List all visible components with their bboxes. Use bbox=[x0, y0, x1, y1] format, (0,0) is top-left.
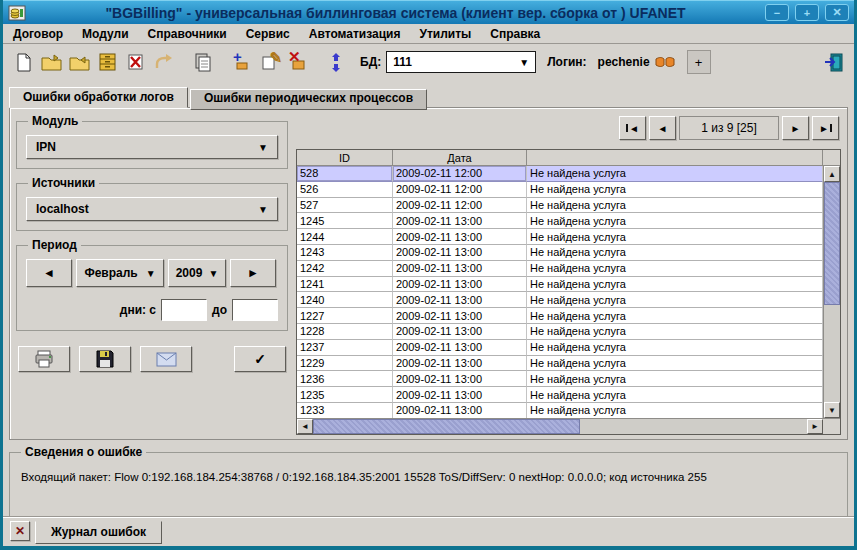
open-folder-button[interactable] bbox=[39, 49, 64, 75]
cell-id: 1244 bbox=[297, 229, 393, 245]
cell-date: 2009-02-11 13:00 bbox=[393, 387, 527, 403]
column-header-id[interactable]: ID bbox=[297, 150, 393, 166]
refresh-icon-button[interactable] bbox=[324, 49, 349, 75]
maximize-button[interactable]: + bbox=[795, 4, 819, 21]
pagination: ◄ ◄ 1 из 9 [25] ► ► bbox=[298, 116, 839, 140]
table-row[interactable]: 1236 2009-02-11 13:00 Не найдена услуга bbox=[297, 371, 823, 387]
prev-month-button[interactable]: ◄ bbox=[26, 259, 72, 287]
tab-periodic-errors[interactable]: Ошибки периодических процессов bbox=[190, 89, 427, 110]
vertical-scroll-thumb[interactable] bbox=[824, 182, 840, 305]
cell-id: 1237 bbox=[297, 340, 393, 356]
error-details-group: Сведения о ошибке Входящий пакет: Flow 0… bbox=[9, 445, 848, 517]
archive-drawer-button[interactable] bbox=[95, 49, 120, 75]
prev-page-button[interactable]: ◄ bbox=[649, 116, 676, 140]
remove-item-button[interactable]: ✕ bbox=[285, 49, 310, 75]
cell-message: Не найдена услуга bbox=[527, 387, 823, 403]
table-row[interactable]: 1235 2009-02-11 13:00 Не найдена услуга bbox=[297, 387, 823, 403]
scroll-right-icon[interactable]: ► bbox=[807, 419, 823, 434]
log-errors-panel: Модуль IPN ▼ Источники localhost ▼ Перио… bbox=[9, 107, 848, 440]
close-journal-button[interactable]: ✕ bbox=[10, 521, 30, 541]
app-icon bbox=[8, 4, 26, 22]
titlebar: "BGBilling" - универсальная биллинговая … bbox=[3, 0, 854, 24]
tab-bar: Ошибки обработки логов Ошибки периодичес… bbox=[3, 80, 854, 107]
menu-directories[interactable]: Справочники bbox=[148, 27, 227, 41]
menu-contract[interactable]: Договор bbox=[13, 27, 63, 41]
table-row[interactable]: 1227 2009-02-11 13:00 Не найдена услуга bbox=[297, 308, 823, 324]
scroll-left-icon[interactable]: ◄ bbox=[297, 419, 313, 434]
cell-id: 1241 bbox=[297, 277, 393, 293]
table-row[interactable]: 1244 2009-02-11 13:00 Не найдена услуга bbox=[297, 229, 823, 245]
table-row[interactable]: 1229 2009-02-11 13:00 Не найдена услуга bbox=[297, 356, 823, 372]
exit-icon-button[interactable] bbox=[821, 49, 846, 75]
db-select[interactable]: 111 ▼ bbox=[386, 51, 536, 73]
menu-help[interactable]: Справка bbox=[490, 27, 540, 41]
edit-item-button[interactable]: ✎ bbox=[257, 49, 282, 75]
cell-message: Не найдена услуга bbox=[527, 277, 823, 293]
table-row[interactable]: 1237 2009-02-11 13:00 Не найдена услуга bbox=[297, 340, 823, 356]
cell-message: Не найдена услуга bbox=[527, 371, 823, 387]
next-page-button[interactable]: ► bbox=[782, 116, 809, 140]
last-page-button[interactable]: ► bbox=[812, 116, 839, 140]
cell-message: Не найдена услуга bbox=[527, 213, 823, 229]
db-label: БД: bbox=[360, 55, 381, 69]
table-row[interactable]: 526 2009-02-11 12:00 Не найдена услуга bbox=[297, 182, 823, 198]
menu-modules[interactable]: Модули bbox=[82, 27, 128, 41]
open-folder-alt-button[interactable] bbox=[67, 49, 92, 75]
delete-document-button[interactable] bbox=[123, 49, 148, 75]
table-row[interactable]: 1245 2009-02-11 13:00 Не найдена услуга bbox=[297, 213, 823, 229]
cell-date: 2009-02-11 13:00 bbox=[393, 245, 527, 261]
print-button[interactable] bbox=[18, 346, 70, 372]
add-item-button[interactable]: + bbox=[229, 49, 254, 75]
table-row[interactable]: 1243 2009-02-11 13:00 Не найдена услуга bbox=[297, 245, 823, 261]
scroll-up-icon[interactable]: ▲ bbox=[824, 166, 840, 182]
cell-date: 2009-02-11 13:00 bbox=[393, 277, 527, 293]
next-month-button[interactable]: ► bbox=[230, 259, 276, 287]
year-select[interactable]: 2009 ▼ bbox=[168, 259, 226, 287]
table-row[interactable]: 528 2009-02-11 12:00 Не найдена услуга bbox=[297, 166, 823, 182]
table-header: ID Дата bbox=[297, 150, 840, 166]
mail-button[interactable] bbox=[140, 346, 192, 372]
day-to-input[interactable] bbox=[232, 299, 278, 321]
table-row[interactable]: 1241 2009-02-11 13:00 Не найдена услуга bbox=[297, 277, 823, 293]
cell-id: 1242 bbox=[297, 261, 393, 277]
chevron-down-icon: ▼ bbox=[258, 142, 268, 153]
cell-message: Не найдена услуга bbox=[527, 166, 823, 182]
sources-group: Источники localhost ▼ bbox=[16, 176, 288, 231]
table-row[interactable]: 1233 2009-02-11 13:00 Не найдена услуга bbox=[297, 403, 823, 418]
copy-button[interactable] bbox=[190, 49, 215, 75]
tab-log-errors[interactable]: Ошибки обработки логов bbox=[9, 87, 188, 108]
save-button[interactable] bbox=[79, 346, 131, 372]
table-row[interactable]: 527 2009-02-11 12:00 Не найдена услуга bbox=[297, 198, 823, 214]
module-select[interactable]: IPN ▼ bbox=[26, 135, 278, 159]
tab-error-journal[interactable]: Журнал ошибок bbox=[35, 521, 162, 544]
cell-message: Не найдена услуга bbox=[527, 245, 823, 261]
menu-utilities[interactable]: Утилиты bbox=[419, 27, 471, 41]
menu-service[interactable]: Сервис bbox=[246, 27, 290, 41]
cell-date: 2009-02-11 13:00 bbox=[393, 340, 527, 356]
table-row[interactable]: 1242 2009-02-11 13:00 Не найдена услуга bbox=[297, 261, 823, 277]
minimize-button[interactable]: − bbox=[765, 4, 789, 21]
column-header-date[interactable]: Дата bbox=[393, 150, 527, 166]
menu-automation[interactable]: Автоматизация bbox=[309, 27, 401, 41]
period-group: Период ◄ Февраль ▼ 2009 ▼ ► дни: с bbox=[16, 238, 288, 331]
sources-select[interactable]: localhost ▼ bbox=[26, 197, 278, 221]
connection-plug-icon bbox=[653, 49, 678, 75]
cell-date: 2009-02-11 13:00 bbox=[393, 213, 527, 229]
cell-date: 2009-02-11 13:00 bbox=[393, 308, 527, 324]
apply-button[interactable]: ✓ bbox=[234, 346, 286, 372]
vertical-scrollbar[interactable]: ▲ ▼ bbox=[823, 166, 840, 418]
new-document-button[interactable] bbox=[11, 49, 36, 75]
add-connection-button[interactable]: + bbox=[687, 50, 711, 74]
first-page-button[interactable]: ◄ bbox=[619, 116, 646, 140]
close-button[interactable]: ✕ bbox=[825, 4, 849, 21]
table-row[interactable]: 1228 2009-02-11 13:00 Не найдена услуга bbox=[297, 324, 823, 340]
column-header-message[interactable] bbox=[527, 150, 823, 166]
horizontal-scrollbar[interactable]: ◄ ► bbox=[297, 418, 840, 434]
horizontal-scroll-thumb[interactable] bbox=[313, 419, 580, 434]
table-row[interactable]: 1240 2009-02-11 13:00 Не найдена услуга bbox=[297, 292, 823, 308]
month-select[interactable]: Февраль ▼ bbox=[76, 259, 164, 287]
scroll-down-icon[interactable]: ▼ bbox=[824, 402, 840, 418]
table-rows: 528 2009-02-11 12:00 Не найдена услуга 5… bbox=[297, 166, 823, 418]
cell-date: 2009-02-11 13:00 bbox=[393, 261, 527, 277]
day-from-input[interactable] bbox=[161, 299, 207, 321]
